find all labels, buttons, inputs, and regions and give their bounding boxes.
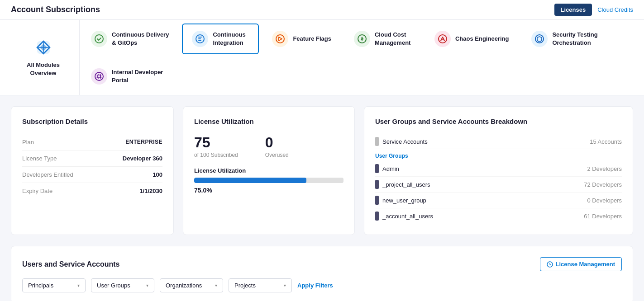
licenses-button[interactable]: Licenses [554,4,592,16]
organizations-chevron-icon: ▾ [215,283,217,288]
service-accounts-row: Service Accounts 15 Accounts [375,134,622,149]
service-accounts-name: Service Accounts [382,138,428,145]
module-item-cd[interactable]: Continuous Delivery& GitOps [81,24,178,54]
users-section-title: Users and Service Accounts [22,260,120,268]
module-label-ff: Feature Flags [293,35,331,43]
user-groups-filter-label: User Groups [97,282,143,289]
user-groups-filter[interactable]: User Groups ▾ [91,278,154,292]
progress-bar-fill [194,178,306,183]
users-section-card: Users and Service Accounts License Manag… [11,246,633,301]
subscription-rows: Plan ENTERPRISE License Type Developer 3… [22,134,162,199]
top-bar-actions: Licenses Cloud Credits [554,4,633,16]
group-name-admin: Admin [382,165,399,172]
util-overused-label: Overused [265,152,289,158]
principals-label: Principals [28,282,75,289]
module-icon-chaos [434,31,451,47]
module-item-ff[interactable]: Feature Flags [262,24,341,54]
sub-label-expiry: Expiry Date [22,188,52,194]
projects-chevron-icon: ▾ [284,283,286,288]
progress-bar-bg [194,178,343,183]
filters-row: Principals ▾ User Groups ▾ Organizations… [22,278,622,292]
util-numbers: 75 of 100 Subscribed 0 Overused [194,134,343,158]
license-utilization-card: License Utilization 75 of 100 Subscribed… [183,106,355,235]
module-label-idp: Internal DeveloperPortal [112,68,163,84]
sub-row-developers: Developers Entitled 100 [22,167,162,183]
module-label-ci: ContinuousIntegration [213,31,245,47]
module-item-ccm[interactable]: Cloud CostManagement [344,24,421,54]
cloud-credits-link[interactable]: Cloud Credits [597,6,633,13]
util-bar-label: License Utilization [194,167,343,174]
main-content: Subscription Details Plan ENTERPRISE Lic… [0,95,644,301]
group-dot-account-all [375,212,379,221]
modules-list: Continuous Delivery& GitOps ContinuousIn… [80,20,637,95]
svg-point-5 [276,35,284,43]
group-row-project-all: _project_all_users 72 Developers [375,177,622,193]
module-label-sto: Security TestingOrchestration [552,31,597,47]
sub-value-developers: 100 [153,171,162,178]
service-accounts-left: Service Accounts [375,137,428,146]
module-icon-ci [192,31,208,47]
all-modules-card[interactable]: All ModulesOverview [7,20,80,95]
module-item-chaos[interactable]: Chaos Engineering [425,24,518,54]
group-count-new-user: 0 Developers [587,197,622,204]
apply-filters-button[interactable]: Apply Filters [297,282,333,289]
sub-value-license-type: Developer 360 [123,155,162,162]
group-dot-new-user [375,196,379,205]
module-icon-sto [531,31,548,47]
group-dot-project-all [375,180,379,189]
license-management-button[interactable]: License Management [540,257,622,271]
modules-row: All ModulesOverview Continuous Delivery&… [0,20,644,95]
breakdown-card: User Groups and Service Accounts Breakdo… [364,106,633,235]
group-count-admin: 2 Developers [587,165,622,172]
sub-value-expiry: 1/1/2030 [139,188,162,194]
module-icon-cd [91,31,107,47]
projects-label: Projects [234,282,281,289]
user-groups-chevron-icon: ▾ [146,283,148,288]
sub-label-plan: Plan [22,139,34,146]
license-mgmt-label: License Management [556,261,615,268]
service-accounts-dot [375,137,379,146]
util-overused-block: 0 Overused [265,134,289,158]
module-icon-ff [272,31,288,47]
group-row-admin: Admin 2 Developers [375,161,622,177]
sub-row-plan: Plan ENTERPRISE [22,134,162,150]
principals-chevron-icon: ▾ [77,283,80,288]
util-used-block: 75 of 100 Subscribed [194,134,238,158]
all-modules-label: All ModulesOverview [27,61,60,77]
module-item-idp[interactable]: Internal DeveloperPortal [81,61,172,91]
group-name-new-user: new_user_group [382,197,426,204]
organizations-label: Organizations [166,282,212,289]
svg-point-7 [439,35,447,43]
principals-filter[interactable]: Principals ▾ [22,278,86,292]
group-count-project-all: 72 Developers [584,181,622,188]
license-utilization-title: License Utilization [194,118,343,125]
module-label-cd: Continuous Delivery& GitOps [112,31,169,47]
group-dot-admin [375,164,379,173]
user-groups-section-title: User Groups [375,153,622,159]
users-section-header: Users and Service Accounts License Manag… [22,257,622,271]
subscription-details-card: Subscription Details Plan ENTERPRISE Lic… [11,106,174,235]
top-bar: Account Subscriptions Licenses Cloud Cre… [0,0,644,20]
subscription-details-title: Subscription Details [22,118,162,125]
util-subscribed-text: of 100 Subscribed [194,152,238,158]
group-name-account-all: _account_all_users [382,213,433,220]
organizations-filter[interactable]: Organizations ▾ [160,278,223,292]
breakdown-inner: Service Accounts 15 Accounts User Groups… [375,134,622,224]
module-item-sto[interactable]: Security TestingOrchestration [522,24,607,54]
module-label-ccm: Cloud CostManagement [375,31,410,47]
license-mgmt-icon [547,261,553,268]
module-item-ci[interactable]: ContinuousIntegration [182,24,259,54]
service-accounts-count: 15 Accounts [590,138,622,145]
sub-label-developers: Developers Entitled [22,171,73,178]
svg-point-9 [95,72,103,80]
projects-filter[interactable]: Projects ▾ [229,278,292,292]
util-overused-number: 0 [265,134,289,151]
util-used-number: 75 [194,134,238,151]
sub-row-expiry: Expiry Date 1/1/2030 [22,183,162,199]
svg-point-3 [95,35,103,43]
breakdown-title: User Groups and Service Accounts Breakdo… [375,118,622,125]
module-label-chaos: Chaos Engineering [455,35,509,43]
module-icon-ccm [354,31,370,47]
group-count-account-all: 61 Developers [584,213,622,220]
module-icon-idp [91,68,107,85]
